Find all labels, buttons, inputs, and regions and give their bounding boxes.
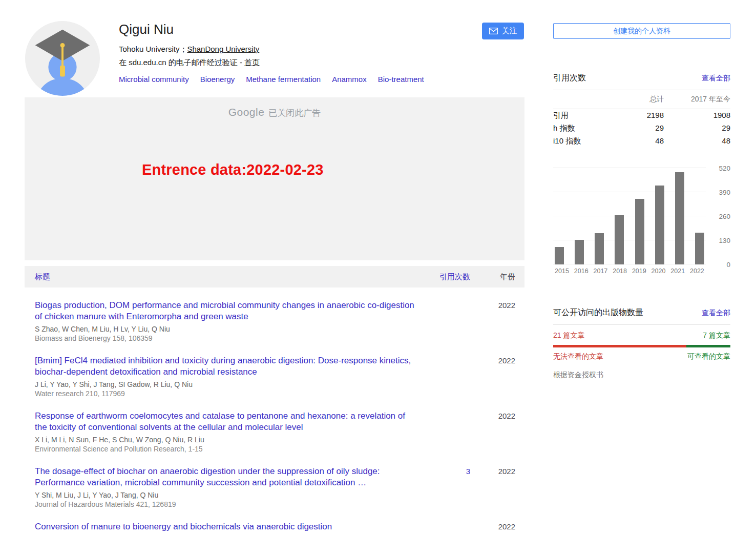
article-row: [Bmim] FeCl4 mediated inhibition and tox… (35, 355, 515, 398)
unavailable-bar-segment (553, 345, 686, 347)
y-tick-label: 130 (719, 237, 730, 244)
header-year-sort: 年份 (470, 272, 515, 282)
cited-by-title: 引用次数 (553, 73, 586, 84)
available-articles-count: 7 篇文章 (703, 331, 730, 340)
profile-info: Qigui Niu Tohoku University；ShanDong Uni… (119, 20, 435, 96)
chart-bar-2022[interactable] (695, 233, 704, 264)
chart-plot-area (553, 168, 706, 264)
stat-total: 2198 (618, 111, 664, 120)
y-tick-label: 260 (719, 213, 730, 220)
google-logo: Google (228, 106, 265, 118)
article-cited-by-count[interactable]: 3 (424, 466, 470, 509)
avatar[interactable] (25, 20, 100, 96)
follow-button[interactable]: 关注 (482, 23, 524, 39)
stat-label: i10 指数 (553, 136, 618, 146)
affiliation-link[interactable]: ShanDong University (187, 45, 259, 53)
y-tick-label: 520 (719, 165, 730, 172)
article-year: 2022 (470, 355, 515, 398)
stats-column-headers: 总计 2017 年至今 (553, 90, 730, 109)
header-cited-by-sort[interactable]: 引用次数 (424, 272, 470, 282)
article-venue: Biomass and Bioenergy 158, 106359 (35, 334, 417, 343)
stat-label: 引用 (553, 111, 618, 120)
chart-bar-2015[interactable] (555, 247, 564, 264)
article-cited-by-count[interactable] (424, 410, 470, 454)
public-access-title: 可公开访问的出版物数量 (553, 307, 643, 318)
article-title-link[interactable]: Biogas production, DOM performance and m… (35, 300, 417, 322)
article-title-link[interactable]: Conversion of manure to bioenergy and bi… (35, 521, 417, 532)
x-tick-label: 2020 (650, 268, 667, 275)
verified-email: 在 sdu.edu.cn 的电子邮件经过验证 - 首页 (119, 58, 435, 68)
y-tick-label: 390 (719, 189, 730, 196)
chart-bar-2019[interactable] (635, 199, 644, 264)
stat-since: 1908 (664, 111, 730, 120)
funding-mandates-note: 根据资金授权书 (553, 371, 730, 380)
unavailable-articles-link[interactable]: 无法查看的文章 (553, 352, 603, 361)
article-row: Response of earthworm coelomocytes and c… (35, 410, 515, 454)
article-year: 2022 (470, 521, 515, 534)
envelope-icon (489, 28, 498, 34)
article-year: 2022 (470, 300, 515, 343)
chart-bar-2020[interactable] (655, 186, 664, 264)
ad-brand-line: Google已关闭此广告 (25, 97, 524, 119)
stat-total: 29 (618, 124, 664, 133)
article-venue: Water research 210, 117969 (35, 389, 417, 398)
article-authors: Y Shi, M Liu, J Li, Y Yao, J Tang, Q Niu (35, 490, 417, 500)
entrance-date-watermark: Entrence data:2022-02-23 (142, 161, 324, 178)
available-articles-link[interactable]: 可查看的文章 (687, 352, 730, 361)
stat-row-citations: 引用 2198 1908 (553, 109, 730, 122)
x-tick-label: 2021 (669, 268, 686, 275)
public-access-section: 可公开访问的出版物数量 查看全部 21 篇文章 7 篇文章 无法查看的文章 可查… (553, 307, 730, 380)
create-profile-button[interactable]: 创建我的个人资料 (553, 23, 730, 39)
articles-table-header: 标题 引用次数 年份 (25, 266, 524, 287)
verified-text: 在 sdu.edu.cn 的电子邮件经过验证 - (119, 58, 244, 67)
article-year: 2022 (470, 410, 515, 454)
profile-header: Qigui Niu Tohoku University；ShanDong Uni… (25, 20, 524, 96)
interest-tag[interactable]: Bioenergy (200, 75, 235, 84)
article-title-link[interactable]: Response of earthworm coelomocytes and c… (35, 410, 417, 433)
unavailable-articles-count: 21 篇文章 (553, 331, 584, 340)
y-tick-label: 0 (726, 261, 730, 269)
cited-by-view-all-link[interactable]: 查看全部 (702, 74, 730, 83)
articles-list: Biogas production, DOM performance and m… (25, 300, 524, 534)
interest-tag[interactable]: Bio-treatment (378, 75, 424, 84)
stat-since: 29 (664, 124, 730, 133)
chart-bar-2017[interactable] (595, 233, 604, 264)
article-cited-by-count[interactable] (424, 355, 470, 398)
article-cited-by-count[interactable] (424, 300, 470, 343)
public-access-progress-bar (553, 345, 730, 347)
article-cited-by-count[interactable] (424, 521, 470, 534)
x-tick-label: 2018 (611, 268, 628, 275)
interest-tag[interactable]: Microbial community (119, 75, 189, 84)
chart-bar-2021[interactable] (675, 172, 684, 264)
article-authors: X Li, M Li, N Sun, F He, S Chu, W Zong, … (35, 435, 417, 444)
ad-placeholder: Google已关闭此广告 Entrence data:2022-02-23 (25, 97, 524, 260)
profile-name: Qigui Niu (119, 22, 435, 37)
article-venue: Journal of Hazardous Materials 421, 1268… (35, 500, 417, 509)
stat-total: 48 (618, 136, 664, 146)
chart-bar-2016[interactable] (575, 240, 584, 264)
article-venue: Environmental Science and Pollution Rese… (35, 444, 417, 454)
scholar-profile-page: Qigui Niu Tohoku University；ShanDong Uni… (0, 0, 756, 534)
header-title-sort[interactable]: 标题 (35, 272, 424, 282)
x-tick-label: 2017 (592, 268, 609, 275)
x-tick-label: 2022 (688, 268, 706, 275)
col-total: 总计 (618, 95, 664, 104)
public-access-view-all-link[interactable]: 查看全部 (702, 309, 730, 318)
chart-x-axis: 20152016201720182019202020212022 (553, 268, 706, 275)
sidebar: 创建我的个人资料 引用次数 查看全部 总计 2017 年至今 引用 2198 1… (553, 23, 730, 380)
article-title-link[interactable]: [Bmim] FeCl4 mediated inhibition and tox… (35, 355, 417, 378)
x-tick-label: 2015 (553, 268, 571, 275)
interest-tag[interactable]: Methane fermentation (246, 75, 321, 84)
follow-label: 关注 (502, 26, 517, 36)
ad-status-text: 已关闭此广告 (268, 108, 321, 118)
chart-y-axis: 0130260390520 (708, 168, 730, 264)
article-title-link[interactable]: The dosage-effect of biochar on anaerobi… (35, 466, 417, 488)
homepage-link[interactable]: 首页 (244, 58, 260, 67)
article-row: Biogas production, DOM performance and m… (35, 300, 515, 343)
main-column: Qigui Niu Tohoku University；ShanDong Uni… (25, 20, 524, 534)
stat-since: 48 (664, 136, 730, 146)
chart-bar-2018[interactable] (615, 215, 624, 264)
article-row: The dosage-effect of biochar on anaerobi… (35, 466, 515, 509)
stat-label: h 指数 (553, 124, 618, 133)
interest-tag[interactable]: Anammox (332, 75, 367, 84)
